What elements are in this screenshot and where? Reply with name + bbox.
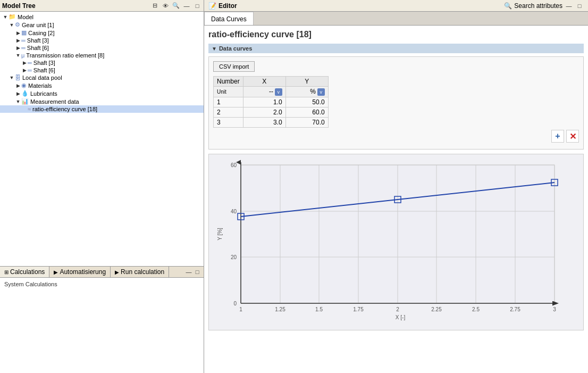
pool-icon: 🗄 [15, 74, 21, 81]
unit-y-cell: % v [285, 87, 328, 97]
minimize-bottom-icon[interactable]: — [184, 268, 193, 276]
maximize-tree-icon[interactable]: □ [193, 2, 201, 10]
tab-run-calculation[interactable]: ▶ Run calculation [111, 267, 169, 277]
collapse-all-icon[interactable]: ⊟ [150, 2, 159, 10]
y-tick-0: 0 [233, 301, 237, 306]
tree-item-lubricants[interactable]: ▶ 💧 Lubricants [0, 89, 204, 97]
editor-body: ratio-efficiency curve [18] ▼ Data curve… [204, 26, 588, 373]
bottom-tabs: ⊞ Calculations ▶ Automatisierung ▶ Run c… [0, 267, 204, 278]
x-tick-1: 1 [239, 306, 242, 312]
toggle-model[interactable]: ▼ [2, 14, 9, 20]
section-data-curves[interactable]: ▼ Data curves [208, 44, 584, 53]
search-area: 🔍 Search attributes — □ [504, 2, 584, 10]
left-panel: Model Tree ⊟ 👁 🔍 — □ ▼ 📁 Model ▼ [0, 0, 204, 373]
toggle-casing[interactable]: ▶ [15, 30, 21, 36]
model-tree[interactable]: ▼ 📁 Model ▼ ⚙ Gear unit [1] ▶ ▦ Casing [… [0, 12, 204, 267]
right-panel: 📝 Editor 🔍 Search attributes — □ Data Cu… [204, 0, 588, 373]
toggle-shaft6b[interactable]: ▶ [21, 68, 28, 73]
tree-item-casing[interactable]: ▶ ▦ Casing [2] [0, 29, 204, 37]
table-body: 1 1.0 50.0 2 2.0 60.0 3 3.0 70.0 [214, 97, 329, 128]
x-tick-275: 2.75 [510, 306, 520, 312]
tab-data-curves[interactable]: Data Curves [204, 12, 254, 25]
view-icon[interactable]: 👁 [161, 2, 170, 10]
x-tick-25: 2.5 [472, 306, 480, 312]
casing-icon: ▦ [21, 29, 27, 36]
add-row-button[interactable]: + [551, 130, 564, 143]
table-row: 2 2.0 60.0 [214, 107, 329, 118]
toggle-shaft3[interactable]: ▶ [15, 38, 21, 43]
tree-item-shaft3[interactable]: ▶ ═ Shaft [3] [0, 37, 204, 44]
toggle-lubricants[interactable]: ▶ [15, 91, 21, 96]
cell-x-1[interactable]: 1.0 [243, 97, 285, 107]
data-chart: 1 1.25 1.5 1.75 2 2.25 2.5 2.75 3 0 20 4… [214, 160, 565, 325]
tree-label-materials: Materials [28, 82, 52, 89]
cell-y-3[interactable]: 70.0 [285, 118, 328, 128]
tree-panel-header: Model Tree ⊟ 👁 🔍 — □ [0, 0, 204, 12]
section-title-label: Data curves [219, 45, 252, 52]
toggle-local-pool[interactable]: ▼ [9, 75, 15, 80]
tree-item-local-pool[interactable]: ▼ 🗄 Local data pool [0, 74, 204, 81]
materials-icon: ◉ [21, 82, 27, 89]
table-row: 3 3.0 70.0 [214, 118, 329, 128]
data-table-container: CSV import Number X Y Unit -- v [208, 56, 584, 150]
tree-item-transmission[interactable]: ▼ μ Transmission ratio element [8] [0, 52, 204, 59]
x-tick-125: 1.25 [275, 306, 285, 312]
data-table: Number X Y Unit -- v % [213, 76, 329, 128]
toggle-shaft3b[interactable]: ▶ [21, 60, 28, 65]
csv-import-button[interactable]: CSV import [213, 61, 255, 72]
editor-tabs: Data Curves [204, 12, 588, 26]
play-icon-1: ▶ [54, 269, 58, 275]
tree-item-ratio-curve[interactable]: ≈ ratio-efficiency curve [18] [0, 105, 204, 113]
tab-calculations-label: Calculations [10, 268, 45, 276]
toggle-materials[interactable]: ▶ [15, 83, 21, 88]
tree-item-shaft6[interactable]: ▶ ═ Shaft [6] [0, 44, 204, 52]
tree-header-icons: ⊟ 👁 🔍 — □ [150, 2, 201, 10]
y-axis-title: Y [%] [217, 228, 223, 241]
cell-x-3[interactable]: 3.0 [243, 118, 285, 128]
unit-x-dropdown[interactable]: v [275, 88, 282, 96]
tree-label-local-pool: Local data pool [22, 74, 62, 81]
tree-label-model: Model [18, 14, 33, 20]
main-layout: Model Tree ⊟ 👁 🔍 — □ ▼ 📁 Model ▼ [0, 0, 588, 373]
minimize-right-icon[interactable]: — [565, 2, 573, 10]
unit-label: Unit [214, 87, 243, 97]
x-tick-2: 2 [396, 306, 399, 312]
editor-title: Editor [219, 2, 237, 10]
tree-item-gear-unit[interactable]: ▼ ⚙ Gear unit [1] [0, 21, 204, 29]
cell-y-1[interactable]: 50.0 [285, 97, 328, 107]
tree-item-materials[interactable]: ▶ ◉ Materials [0, 81, 204, 89]
toggle-gear-unit[interactable]: ▼ [9, 22, 15, 28]
play-icon-2: ▶ [115, 269, 119, 275]
editor-header-left: 📝 Editor [208, 2, 237, 10]
minimize-tree-icon[interactable]: — [182, 2, 191, 10]
grid-icon: ⊞ [4, 269, 9, 275]
cell-y-2[interactable]: 60.0 [285, 107, 328, 118]
search-tree-icon[interactable]: 🔍 [172, 2, 180, 10]
tab-automatisierung[interactable]: ▶ Automatisierung [49, 267, 111, 277]
tree-item-shaft6b[interactable]: ▶ ═ Shaft [6] [0, 67, 204, 74]
toggle-transmission[interactable]: ▼ [15, 53, 21, 58]
tree-item-shaft3b[interactable]: ▶ ═ Shaft [3] [0, 59, 204, 67]
tab-calculations[interactable]: ⊞ Calculations [0, 267, 49, 277]
maximize-bottom-icon[interactable]: □ [193, 268, 201, 276]
tree-item-model[interactable]: ▼ 📁 Model [0, 13, 204, 21]
remove-row-button[interactable]: ✕ [566, 130, 579, 143]
unit-y-dropdown[interactable]: v [317, 88, 325, 96]
toggle-shaft6[interactable]: ▶ [15, 45, 21, 51]
tree-label-transmission: Transmission ratio element [8] [26, 52, 104, 59]
system-calculations-item[interactable]: System Calculations [4, 280, 199, 288]
shaft-icon-4: ═ [28, 67, 32, 73]
section-arrow-icon: ▼ [212, 46, 217, 52]
tree-label-gear-unit: Gear unit [1] [22, 22, 54, 28]
tree-label-shaft3b: Shaft [3] [33, 60, 55, 66]
cell-x-2[interactable]: 2.0 [243, 107, 285, 118]
tree-item-measurement[interactable]: ▼ 📊 Measurement data [0, 97, 204, 105]
bottom-left-panel: ⊞ Calculations ▶ Automatisierung ▶ Run c… [0, 267, 204, 373]
toggle-measurement[interactable]: ▼ [15, 99, 21, 104]
tab-data-curves-label: Data Curves [211, 15, 247, 23]
maximize-right-icon[interactable]: □ [575, 2, 584, 10]
tree-label-shaft6: Shaft [6] [27, 45, 49, 51]
folder-icon: 📁 [9, 13, 16, 20]
search-label: Search attributes [514, 2, 562, 10]
lubricants-icon: 💧 [21, 90, 29, 97]
